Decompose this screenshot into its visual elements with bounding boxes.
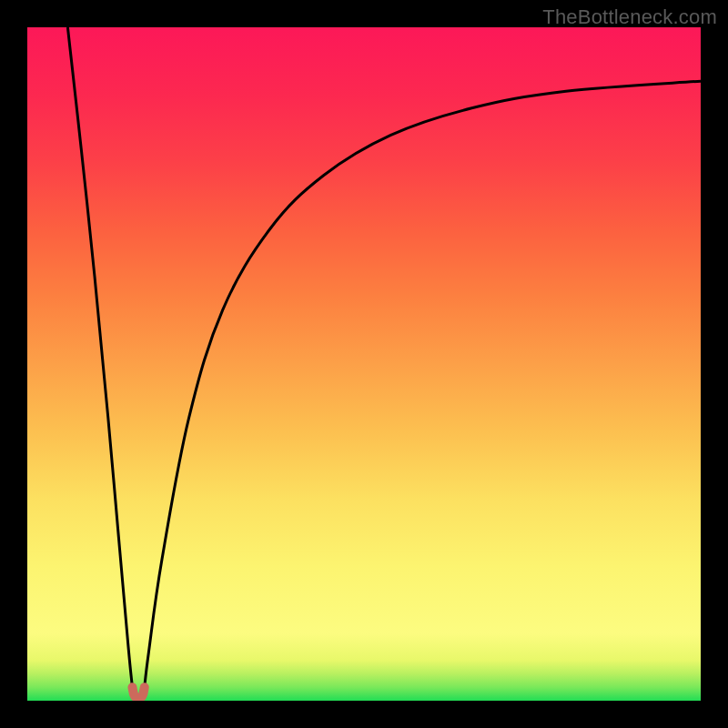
chart-frame: TheBottleneck.com xyxy=(0,0,728,728)
curve-right-branch xyxy=(145,81,701,687)
watermark-label: TheBottleneck.com xyxy=(542,5,717,29)
curve-left-branch xyxy=(67,27,132,687)
chart-svg xyxy=(27,27,701,701)
curve-knot xyxy=(132,687,144,698)
plot-area xyxy=(27,27,701,701)
